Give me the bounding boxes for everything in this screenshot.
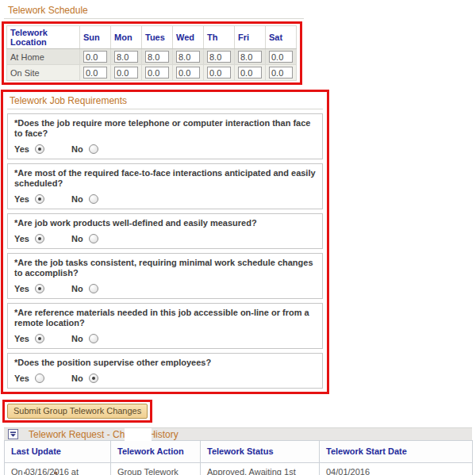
no-radio[interactable] xyxy=(89,194,98,204)
question-reference-materials: *Are reference materials needed in this … xyxy=(7,303,323,349)
column-header-mon: Mon xyxy=(111,26,142,49)
collapse-section-button[interactable] xyxy=(8,429,18,439)
schedule-row-on-site: On Site xyxy=(7,65,297,81)
no-label: No xyxy=(71,144,83,154)
row-label-on-site: On Site xyxy=(7,65,80,81)
hours-input-on-site-fri[interactable] xyxy=(238,67,262,79)
column-header-sun: Sun xyxy=(80,26,111,49)
submit-group-telework-changes-button[interactable]: Submit Group Telework Changes xyxy=(7,404,148,419)
hours-input-at-home-wed[interactable] xyxy=(176,51,200,63)
section-divider xyxy=(4,18,304,19)
red-annotation-box-schedule: Telework Location Sun Mon Tues Wed Th Fr… xyxy=(2,21,302,85)
hours-input-on-site-wed[interactable] xyxy=(176,67,200,79)
question-text: *Are the job tasks consistent, requiring… xyxy=(14,258,316,278)
yes-label: Yes xyxy=(14,373,29,383)
question-text: *Are most of the required face-to-face i… xyxy=(14,168,316,189)
change-history-header-row: Last Update Telework Action Telework Sta… xyxy=(5,441,473,463)
no-radio[interactable] xyxy=(89,334,98,343)
question-text: *Are reference materials needed in this … xyxy=(14,308,316,328)
red-annotation-box-submit: Submit Group Telework Changes xyxy=(2,400,152,423)
change-history-title: Telework Request - Change History xyxy=(29,429,178,440)
change-history-grid: Last Update Telework Action Telework Sta… xyxy=(4,440,473,475)
red-annotation-box-requirements: Telework Job Requirements *Does the job … xyxy=(1,90,329,394)
telework-schedule-title: Telework Schedule xyxy=(4,3,472,18)
question-text: *Does the position supervise other emplo… xyxy=(14,358,316,368)
yes-label: Yes xyxy=(14,194,29,204)
no-radio[interactable] xyxy=(89,234,98,243)
hours-input-on-site-tues[interactable] xyxy=(145,67,169,79)
yes-label: Yes xyxy=(14,334,29,343)
telework-status-cell: Approved, Awaiting 1st level Supervisor xyxy=(201,463,320,475)
schedule-row-at-home: At Home xyxy=(7,49,297,65)
collapse-arrow-icon xyxy=(8,429,18,439)
question-text: *Does the job require more telephone or … xyxy=(14,118,316,139)
telework-schedule-section: Telework Schedule Telework Location Sun … xyxy=(4,3,472,85)
job-requirements-title: Telework Job Requirements xyxy=(6,94,324,109)
row-label-at-home: At Home xyxy=(7,49,80,65)
column-header-location: Telework Location xyxy=(7,26,80,49)
no-label: No xyxy=(71,194,83,204)
hours-input-at-home-tues[interactable] xyxy=(145,51,169,63)
hours-input-on-site-th[interactable] xyxy=(207,67,231,79)
no-radio[interactable] xyxy=(89,373,98,383)
schedule-header-row: Telework Location Sun Mon Tues Wed Th Fr… xyxy=(7,26,297,49)
question-supervise-employees: *Does the position supervise other emplo… xyxy=(7,353,323,389)
hours-input-at-home-sun[interactable] xyxy=(83,51,107,63)
column-header-th: Th xyxy=(204,26,235,49)
column-header-telework-action: Telework Action xyxy=(111,441,201,463)
yes-radio[interactable] xyxy=(35,334,44,343)
question-tasks-consistent: *Are the job tasks consistent, requiring… xyxy=(7,253,323,299)
column-header-tues: Tues xyxy=(142,26,173,49)
question-text: *Are job work products well-defined and … xyxy=(14,218,316,228)
hours-input-at-home-th[interactable] xyxy=(207,51,231,63)
yes-radio[interactable] xyxy=(35,234,44,243)
hours-input-on-site-sat[interactable] xyxy=(269,67,293,79)
clipped-row-fragment xyxy=(24,472,95,475)
column-header-last-update: Last Update xyxy=(5,441,111,463)
yes-radio[interactable] xyxy=(35,284,44,293)
section-divider xyxy=(7,109,323,109)
column-header-telework-status: Telework Status xyxy=(201,441,320,463)
hours-input-on-site-mon[interactable] xyxy=(114,67,138,79)
telework-schedule-grid: Telework Location Sun Mon Tues Wed Th Fr… xyxy=(6,25,297,81)
yes-label: Yes xyxy=(14,144,29,154)
question-work-products-defined: *Are job work products well-defined and … xyxy=(7,213,323,249)
change-history-section-bar: Telework Request - Change History xyxy=(4,427,472,440)
question-telephone-interaction: *Does the job require more telephone or … xyxy=(7,113,323,159)
yes-radio[interactable] xyxy=(35,373,44,383)
yes-radio[interactable] xyxy=(35,194,44,204)
no-radio[interactable] xyxy=(89,284,98,293)
no-label: No xyxy=(71,234,83,243)
redaction-patch xyxy=(125,428,152,441)
yes-radio[interactable] xyxy=(35,144,44,154)
telework-action-cell: Group Telework Requested by Joe DIrector xyxy=(111,463,201,475)
column-header-telework-start-date: Telework Start Date xyxy=(320,441,473,463)
no-label: No xyxy=(71,373,83,383)
column-header-fri: Fri xyxy=(235,26,266,49)
column-header-wed: Wed xyxy=(173,26,204,49)
no-radio[interactable] xyxy=(89,144,98,154)
hours-input-on-site-sun[interactable] xyxy=(83,67,107,79)
telework-request-page: Telework Schedule Telework Location Sun … xyxy=(0,0,476,475)
question-face-to-face-scheduled: *Are most of the required face-to-face i… xyxy=(7,163,323,209)
column-header-sat: Sat xyxy=(266,26,297,49)
yes-label: Yes xyxy=(14,284,29,293)
hours-input-at-home-sat[interactable] xyxy=(269,51,293,63)
yes-label: Yes xyxy=(14,234,29,243)
hours-input-at-home-mon[interactable] xyxy=(114,51,138,63)
no-label: No xyxy=(71,284,83,293)
no-label: No xyxy=(71,334,83,343)
telework-start-date-cell: 04/01/2016 xyxy=(320,463,473,475)
hours-input-at-home-fri[interactable] xyxy=(238,51,262,63)
